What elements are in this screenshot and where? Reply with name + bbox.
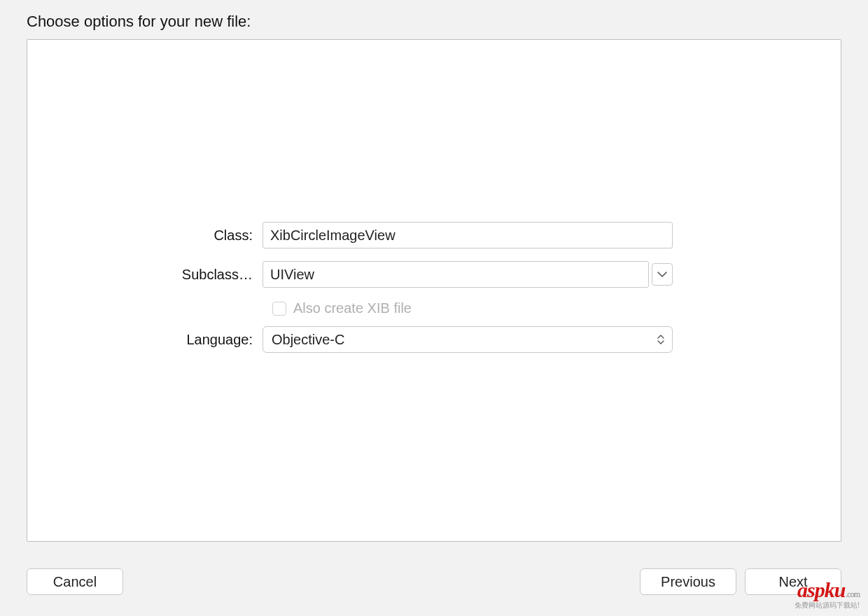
subclass-label: Subclass…: [27, 267, 262, 283]
language-select[interactable]: Objective-C: [262, 326, 673, 353]
chevron-down-icon: [657, 272, 667, 277]
watermark-domain: .com: [846, 589, 860, 599]
dialog-footer: Cancel Previous Next: [27, 568, 841, 595]
class-input[interactable]: [262, 222, 673, 248]
also-create-xib-checkbox: [272, 302, 286, 316]
next-button[interactable]: Next: [745, 568, 841, 595]
updown-arrows-icon: [657, 333, 665, 346]
class-label: Class:: [27, 227, 262, 244]
subclass-combobox[interactable]: [262, 261, 673, 288]
cancel-button[interactable]: Cancel: [27, 568, 123, 595]
language-select-value: Objective-C: [272, 332, 344, 348]
language-row: Language: Objective-C: [27, 326, 841, 353]
subclass-row: Subclass…: [27, 261, 841, 288]
dialog-heading: Choose options for your new file:: [27, 13, 251, 31]
subclass-dropdown-button[interactable]: [652, 263, 673, 286]
language-label: Language:: [27, 332, 262, 348]
class-row: Class:: [27, 222, 841, 248]
options-panel: Class: Subclass…: [27, 39, 841, 542]
watermark-tagline: 免费网站源码下载站!: [794, 601, 860, 610]
also-create-xib-row: Also create XIB file: [272, 300, 841, 316]
new-file-form: Class: Subclass…: [27, 222, 841, 365]
subclass-input[interactable]: [262, 261, 649, 288]
also-create-xib-label: Also create XIB file: [293, 300, 412, 316]
previous-button[interactable]: Previous: [640, 568, 736, 595]
